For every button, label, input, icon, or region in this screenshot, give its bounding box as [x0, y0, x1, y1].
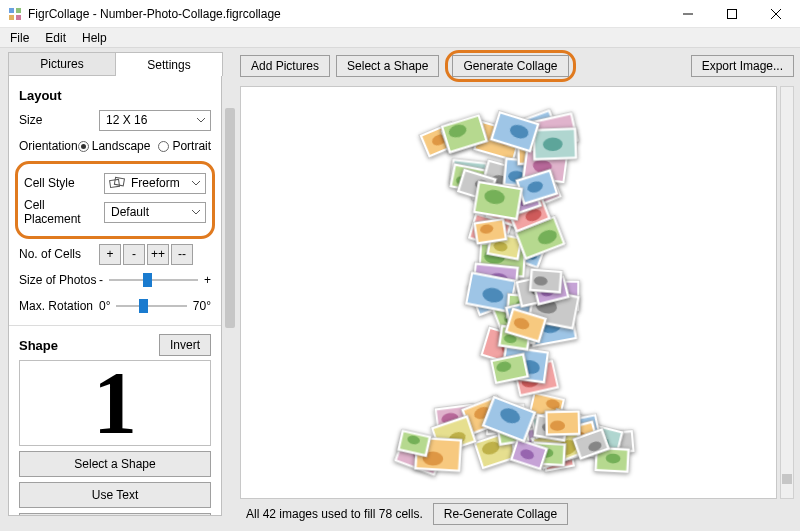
shape-glyph: 1: [93, 359, 137, 447]
menu-edit[interactable]: Edit: [39, 30, 72, 46]
max-rotation-label: Max. Rotation: [19, 299, 99, 313]
slider-max: 70°: [193, 299, 211, 313]
app-icon: [8, 7, 22, 21]
slider-max: +: [204, 273, 211, 287]
chevron-down-icon: [191, 177, 201, 192]
radio-label: Landscape: [92, 139, 151, 153]
tab-label: Settings: [147, 58, 190, 72]
chevron-down-icon: [191, 206, 201, 221]
window-title: FigrCollage - Number-Photo-Collage.figrc…: [28, 7, 281, 21]
svg-rect-1: [16, 8, 21, 13]
slider-min: 0°: [99, 299, 110, 313]
shape-preview: 1: [19, 360, 211, 446]
size-label: Size: [19, 113, 99, 127]
select-shape-button[interactable]: Select a Shape: [19, 451, 211, 477]
cells-minus-button[interactable]: -: [123, 244, 145, 265]
export-image-button[interactable]: Export Image...: [691, 55, 794, 77]
cells-plus-button[interactable]: +: [99, 244, 121, 265]
tab-settings[interactable]: Settings: [115, 52, 223, 76]
canvas-scrollbar[interactable]: [780, 86, 794, 499]
panel-scrollbar[interactable]: [222, 48, 238, 531]
collage-preview: [241, 87, 776, 498]
radio-dot-on: [78, 141, 89, 152]
orientation-label: Orientation: [19, 139, 78, 153]
svg-rect-0: [9, 8, 14, 13]
svg-rect-2: [9, 15, 14, 20]
freeform-icon: [109, 176, 125, 195]
cell-style-value: Freeform: [131, 176, 180, 190]
generate-collage-button[interactable]: Generate Collage: [452, 55, 568, 77]
chevron-down-icon: [196, 114, 206, 129]
size-select[interactable]: 12 X 16: [99, 110, 211, 131]
orientation-landscape-radio[interactable]: Landscape: [78, 139, 151, 153]
use-text-button[interactable]: Use Text: [19, 482, 211, 508]
cell-style-label: Cell Style: [24, 176, 104, 190]
maximize-button[interactable]: [710, 0, 754, 28]
radio-label: Portrait: [172, 139, 211, 153]
shape-heading: Shape: [19, 338, 159, 353]
tab-pictures[interactable]: Pictures: [8, 52, 116, 76]
generate-highlight: Generate Collage: [445, 50, 575, 82]
svg-rect-5: [728, 9, 737, 18]
cell-placement-select[interactable]: Default: [104, 202, 206, 223]
cells-plusplus-button[interactable]: ++: [147, 244, 169, 265]
size-photos-label: Size of Photos: [19, 273, 99, 287]
regenerate-button[interactable]: Re-Generate Collage: [433, 503, 568, 525]
cell-placement-label: Cell Placement: [24, 198, 104, 226]
left-panel: Pictures Settings Layout Size 12 X 16 Or…: [0, 48, 222, 531]
titlebar: FigrCollage - Number-Photo-Collage.figrc…: [0, 0, 800, 28]
invert-button[interactable]: Invert: [159, 334, 211, 356]
add-pictures-button[interactable]: Add Pictures: [240, 55, 330, 77]
status-bar: All 42 images used to fill 78 cells. Re-…: [240, 499, 794, 525]
size-value: 12 X 16: [106, 113, 147, 127]
select-shape-button-top[interactable]: Select a Shape: [336, 55, 439, 77]
tab-label: Pictures: [40, 57, 83, 71]
max-rotation-slider[interactable]: [116, 297, 186, 315]
collage-canvas[interactable]: [240, 86, 777, 499]
status-text: All 42 images used to fill 78 cells.: [246, 507, 423, 521]
cell-style-select[interactable]: Freeform: [104, 173, 206, 194]
orientation-portrait-radio[interactable]: Portrait: [158, 139, 211, 153]
menu-file[interactable]: File: [4, 30, 35, 46]
size-photos-slider[interactable]: [109, 271, 198, 289]
no-cells-label: No. of Cells: [19, 247, 99, 261]
radio-dot: [158, 141, 169, 152]
highlighted-cell-group: Cell Style Freeform Cell Placement Defau…: [15, 161, 215, 239]
toolbar: Add Pictures Select a Shape Generate Col…: [240, 52, 794, 80]
cells-minusminus-button[interactable]: --: [171, 244, 193, 265]
cell-placement-value: Default: [111, 205, 149, 219]
close-button[interactable]: [754, 0, 798, 28]
menubar: File Edit Help: [0, 28, 800, 48]
minimize-button[interactable]: [666, 0, 710, 28]
slider-min: -: [99, 273, 103, 287]
tabs: Pictures Settings: [8, 52, 222, 76]
layout-heading: Layout: [19, 88, 211, 103]
svg-rect-3: [16, 15, 21, 20]
menu-help[interactable]: Help: [76, 30, 113, 46]
use-picture-button[interactable]: Use Picture: [19, 513, 211, 516]
